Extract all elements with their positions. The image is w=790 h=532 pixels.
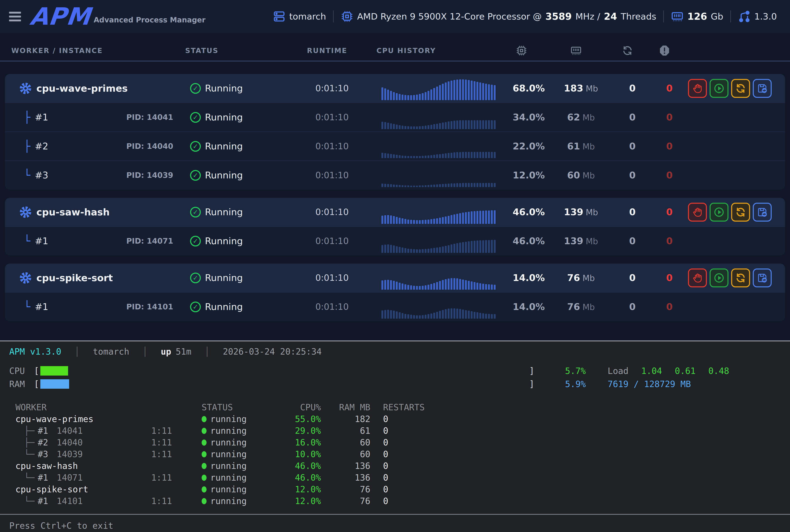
worker-instance-row[interactable]: ├ #1 PID: 14041 ✓ Running 0:01:10 34.0% … — [5, 103, 785, 132]
worker-name: cpu-wave-primes — [15, 414, 93, 424]
worker-instance-row[interactable]: └ #1 PID: 14071 ✓ Running 0:01:10 46.0% … — [5, 227, 785, 255]
ram-mb: 60 — [321, 449, 370, 459]
restart-count: 0 — [614, 170, 651, 181]
col-cpu — [500, 45, 543, 56]
restart-button[interactable] — [731, 79, 750, 98]
check-circle-icon: ✓ — [190, 170, 201, 181]
terminal-host: tomarch — [93, 347, 129, 357]
ram-bar-label: RAM — [9, 379, 34, 389]
worker-name-cell: cpu-spike-sort — [16, 271, 186, 284]
save-sync-icon — [757, 83, 768, 94]
col-restarts — [609, 45, 646, 56]
load-1m: 1.04 — [641, 366, 662, 376]
save-button[interactable] — [753, 268, 772, 287]
terminal-worker-rows: cpu-wave-primes running 55.0% 182 0 ├─ #… — [0, 413, 790, 507]
restart-count: 0 — [614, 207, 651, 217]
terminal-title: APM v1.3.0 — [9, 347, 61, 357]
restart-icon — [622, 45, 633, 56]
check-circle-icon: ✓ — [190, 83, 201, 94]
mhz-label: MHz / — [575, 11, 600, 22]
memory-value: 139 — [564, 207, 583, 217]
cpu-sparkline — [382, 164, 499, 187]
runtime: 0:01:10 — [293, 207, 371, 217]
worker-instance-row[interactable]: └ #1 PID: 14101 ✓ Running 0:01:10 14.0% … — [5, 292, 785, 321]
logo-text: APM — [29, 5, 91, 27]
worker-instance-row[interactable]: ├ #2 PID: 14040 ✓ Running 0:01:10 22.0% … — [5, 132, 785, 160]
action-buttons — [688, 79, 785, 98]
error-count: 0 — [651, 235, 688, 246]
check-circle-icon: ✓ — [190, 141, 201, 152]
start-button[interactable] — [710, 79, 729, 98]
cpu-sparkline — [382, 77, 499, 100]
memory-cell: 60 Mb — [548, 170, 614, 181]
status-text: Running — [205, 235, 243, 246]
cpu-info-item: AMD Ryzen 9 5900X 12-Core Processor @ 35… — [341, 10, 656, 23]
stop-button[interactable] — [688, 268, 707, 287]
memory-cell: 61 Mb — [548, 141, 614, 152]
cpu-percent: 10.0% — [290, 449, 321, 459]
terminal-header: APM v1.3.0 │ tomarch │ up 51m │ 2026-03-… — [0, 345, 790, 358]
tree-branch-icon: ├ — [24, 112, 31, 123]
memory-unit: Mb — [583, 171, 595, 180]
process-card: cpu-saw-hash ✓ Running 0:01:10 46.0% 139… — [5, 198, 785, 255]
worker-name: cpu-saw-hash — [15, 461, 78, 471]
divider — [730, 11, 731, 22]
restart-count: 0 — [370, 496, 420, 506]
memory-cell: 76 Mb — [548, 301, 614, 312]
menu-icon[interactable] — [9, 12, 21, 21]
separator: │ — [74, 347, 80, 357]
ram-mb: 61 — [321, 426, 370, 436]
start-button[interactable] — [710, 268, 729, 287]
terminal-instance-row: └─ #1 14071 1:11 running 46.0% 136 0 — [0, 472, 790, 483]
instance-id: #3 — [38, 449, 57, 459]
cpu-model: AMD Ryzen 9 5900X 12-Core Processor @ — [357, 11, 542, 22]
cpu-percent: 46.0% — [505, 207, 548, 217]
divider — [333, 11, 334, 22]
host-item: tomarch — [273, 10, 326, 23]
terminal-datetime: 2026-03-24 20:25:34 — [223, 347, 321, 357]
restart-button[interactable] — [731, 203, 750, 222]
memory-cell: 139 Mb — [548, 207, 614, 217]
status-cell: ✓ Running — [186, 83, 293, 94]
status-text: Running — [205, 83, 243, 94]
app-logo: APM Advanced Process Manager — [30, 5, 205, 27]
worker-group-row[interactable]: cpu-spike-sort ✓ Running 0:01:10 14.0% 7… — [5, 264, 785, 292]
save-button[interactable] — [753, 79, 772, 98]
tree-branch-icon: └ — [24, 301, 31, 312]
terminal-divider — [0, 514, 790, 515]
play-icon — [714, 272, 724, 283]
check-circle-icon: ✓ — [190, 236, 201, 246]
worker-group-row[interactable]: cpu-wave-primes ✓ Running 0:01:10 68.0% … — [5, 74, 785, 102]
start-button[interactable] — [710, 203, 729, 222]
restart-button[interactable] — [731, 268, 750, 287]
gear-icon — [19, 271, 32, 284]
instance-id: #2 — [35, 141, 48, 152]
worker-group-row[interactable]: cpu-saw-hash ✓ Running 0:01:10 46.0% 139… — [5, 198, 785, 226]
stop-button[interactable] — [688, 203, 707, 222]
worker-instance-row[interactable]: └ #3 PID: 14039 ✓ Running 0:01:10 12.0% … — [5, 161, 785, 190]
instance-name-cell: └ #1 PID: 14101 — [16, 301, 186, 312]
cpu-chip-icon — [341, 10, 353, 23]
restart-count: 0 — [614, 272, 651, 283]
save-button[interactable] — [753, 203, 772, 222]
ram-icon — [570, 45, 582, 56]
divider — [663, 11, 664, 22]
worker-name-cell: cpu-saw-hash — [16, 206, 186, 218]
restart-icon — [735, 207, 746, 218]
cpu-percent: 55.0% — [290, 414, 321, 424]
check-circle-icon: ✓ — [190, 272, 201, 283]
ram-usage-percent: 5.9% — [534, 379, 586, 389]
status-text: running — [210, 449, 247, 459]
instance-pid: 14071 — [57, 473, 83, 483]
cpu-percent: 12.0% — [290, 484, 321, 494]
version-branch-icon — [738, 10, 751, 23]
restart-count: 0 — [370, 461, 420, 471]
stop-button[interactable] — [688, 79, 707, 98]
play-icon — [714, 83, 724, 94]
error-count: 0 — [651, 141, 688, 152]
tcol-status: STATUS — [202, 402, 290, 412]
tree-branch-icon: ├ — [24, 141, 31, 152]
running-dot-icon — [202, 428, 206, 434]
worker-name-cell: cpu-wave-primes — [16, 82, 186, 95]
check-circle-icon: ✓ — [190, 207, 201, 217]
